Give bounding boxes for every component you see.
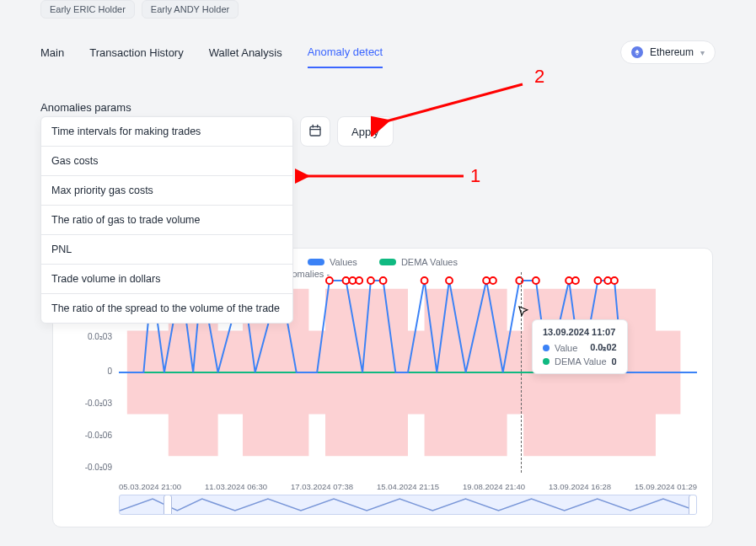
tab-bar: Main Transaction History Wallet Analysis… xyxy=(40,46,383,68)
svg-point-32 xyxy=(611,277,618,284)
swatch-icon xyxy=(379,259,396,265)
dropdown-option[interactable]: Gas costs xyxy=(41,147,292,176)
svg-point-27 xyxy=(533,277,539,284)
tab-anomaly-detect[interactable]: Anomaly detect xyxy=(308,46,383,68)
svg-point-30 xyxy=(594,277,601,284)
ethereum-icon xyxy=(631,46,643,58)
swatch-icon xyxy=(308,259,324,265)
legend-item-values[interactable]: Values xyxy=(308,257,357,267)
svg-point-19 xyxy=(356,277,362,284)
holder-chips: Early ERIC Holder Early ANDY Holder xyxy=(40,0,239,19)
brush-handle-right[interactable] xyxy=(689,495,697,515)
dot-icon xyxy=(543,345,550,351)
dropdown-option[interactable]: Trade volume in dollars xyxy=(41,265,292,294)
chevron-down-icon: ▾ xyxy=(700,48,705,57)
svg-point-21 xyxy=(380,277,387,284)
svg-point-20 xyxy=(367,277,374,284)
svg-point-29 xyxy=(572,277,579,284)
legend-item-dema[interactable]: DEMA Values xyxy=(379,257,458,267)
network-selector[interactable]: Ethereum ▾ xyxy=(620,40,716,64)
chart-tooltip: 13.09.2024 11:07 Value 0.0₂02 DEMA Value… xyxy=(532,319,628,374)
annotation-arrow-2 xyxy=(371,78,531,136)
dropdown-option[interactable]: The ratio of gas to trade volume xyxy=(41,206,292,235)
tab-main[interactable]: Main xyxy=(40,46,64,67)
chip-early-eric[interactable]: Early ERIC Holder xyxy=(40,0,135,19)
x-axis: 05.03.2024 21:00 11.03.2024 06:30 17.03.… xyxy=(119,482,697,491)
svg-point-18 xyxy=(349,277,356,284)
svg-point-25 xyxy=(490,277,496,284)
dropdown-option[interactable]: PNL xyxy=(41,235,292,265)
annotation-arrow-1 xyxy=(295,165,472,187)
time-range-brush[interactable] xyxy=(119,495,697,515)
brush-handle-left[interactable] xyxy=(164,495,172,515)
tab-wallet-analysis[interactable]: Wallet Analysis xyxy=(209,46,282,67)
svg-rect-2 xyxy=(310,126,320,136)
dot-icon xyxy=(543,358,550,365)
svg-point-22 xyxy=(421,277,428,284)
dropdown-option[interactable]: The ratio of the spread to the volume of… xyxy=(41,294,292,323)
anomaly-params-dropdown[interactable]: Time intervals for making trades Gas cos… xyxy=(40,116,293,324)
svg-line-9 xyxy=(386,84,523,121)
svg-point-17 xyxy=(343,277,350,284)
cursor-guide xyxy=(521,272,522,473)
svg-marker-0 xyxy=(635,50,639,54)
chip-early-andy[interactable]: Early ANDY Holder xyxy=(142,0,239,19)
cursor-icon xyxy=(517,304,532,319)
tab-transaction-history[interactable]: Transaction History xyxy=(89,46,184,67)
anomalies-params-title: Anomalies params xyxy=(40,101,131,114)
network-label: Ethereum xyxy=(650,46,694,58)
calendar-icon xyxy=(308,124,322,140)
svg-point-23 xyxy=(446,277,453,284)
annotation-number-2: 2 xyxy=(534,66,544,88)
svg-point-24 xyxy=(483,277,490,284)
tooltip-timestamp: 13.09.2024 11:07 xyxy=(543,327,617,337)
svg-point-28 xyxy=(566,277,572,284)
dropdown-option[interactable]: Time intervals for making trades xyxy=(41,117,292,147)
svg-point-31 xyxy=(604,277,611,284)
date-picker-button[interactable] xyxy=(300,116,330,147)
dropdown-option[interactable]: Max priority gas costs xyxy=(41,176,292,206)
svg-point-26 xyxy=(516,277,523,284)
